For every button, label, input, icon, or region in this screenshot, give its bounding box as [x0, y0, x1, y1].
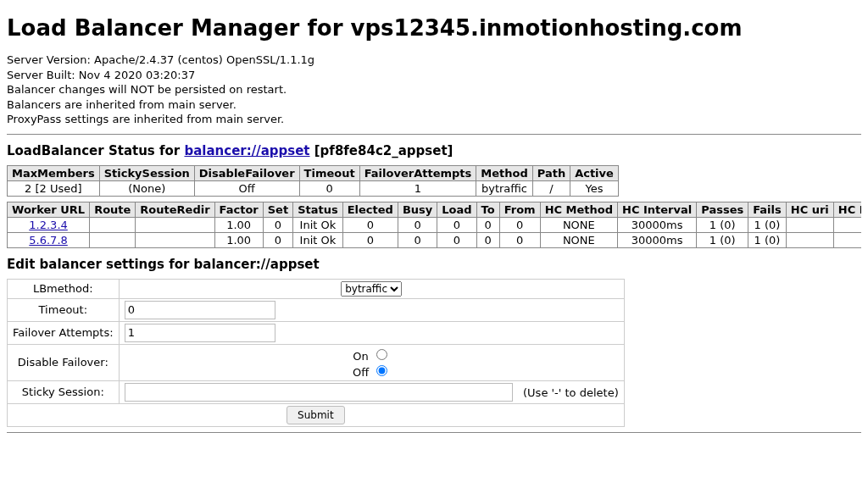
cell-hcinterval: 30000ms: [618, 232, 697, 247]
cell-factor: 1.00: [214, 232, 263, 247]
cell-set: 0: [263, 232, 292, 247]
cell-routeredir: [136, 217, 214, 232]
cell-load: 0: [437, 232, 476, 247]
cell-hcexpr: [833, 217, 861, 232]
col-stickysession: StickySession: [99, 165, 194, 180]
disable-failover-label: Disable Failover:: [8, 344, 120, 380]
cell-stickysession: (None): [99, 180, 194, 196]
server-meta: Server Version: Apache/2.4.37 (centos) O…: [7, 53, 861, 127]
cell-hcuri: [786, 217, 833, 232]
cell-passes: 1 (0): [697, 217, 748, 232]
cell-hcmethod: NONE: [540, 217, 617, 232]
cell-timeout: 0: [299, 180, 359, 196]
cell-maxmembers: 2 [2 Used]: [8, 180, 100, 196]
balancer-link[interactable]: balancer://appset: [184, 143, 309, 158]
col-path: Path: [532, 165, 570, 180]
server-built: Server Built: Nov 4 2020 03:20:37: [7, 68, 861, 83]
cell-routeredir: [136, 232, 214, 247]
balancer-status-table: MaxMembers StickySession DisableFailover…: [7, 165, 619, 197]
cell-status: Init Ok: [293, 232, 343, 247]
col-disablefailover: DisableFailover: [194, 165, 299, 180]
col-elected: Elected: [342, 202, 398, 217]
cell-active: Yes: [570, 180, 619, 196]
cell-set: 0: [263, 217, 292, 232]
cell-elected: 0: [342, 232, 398, 247]
col-worker-url: Worker URL: [8, 202, 90, 217]
timeout-label: Timeout:: [8, 298, 120, 321]
sticky-session-label: Sticky Session:: [8, 380, 120, 403]
col-set: Set: [263, 202, 292, 217]
disable-failover-on-radio[interactable]: [376, 349, 387, 360]
cell-load: 0: [437, 217, 476, 232]
cell-from: 0: [499, 232, 540, 247]
col-hcinterval: HC Interval: [618, 202, 697, 217]
cell-to: 0: [476, 232, 499, 247]
cell-path: /: [532, 180, 570, 196]
cell-hcexpr: [833, 232, 861, 247]
col-passes: Passes: [697, 202, 748, 217]
balancer-status-row: 2 [2 Used] (None) Off 0 1 bytraffic / Ye…: [8, 180, 619, 196]
edit-heading: Edit balancer settings for balancer://ap…: [7, 257, 861, 272]
page-title: Load Balancer Manager for vps12345.inmot…: [7, 15, 861, 41]
cell-to: 0: [476, 217, 499, 232]
cell-busy: 0: [398, 217, 437, 232]
proxypass-inherited: ProxyPass settings are inherited from ma…: [7, 112, 861, 127]
cell-busy: 0: [398, 232, 437, 247]
status-heading-prefix: LoadBalancer Status for: [7, 143, 184, 158]
col-hcmethod: HC Method: [540, 202, 617, 217]
col-method: Method: [476, 165, 532, 180]
cell-elected: 0: [342, 217, 398, 232]
cell-failoverattempts: 1: [359, 180, 476, 196]
cell-method: bytraffic: [476, 180, 532, 196]
col-load: Load: [437, 202, 476, 217]
failover-label: Failover Attempts:: [8, 321, 120, 344]
worker-url-link[interactable]: 1.2.3.4: [29, 219, 67, 231]
timeout-input[interactable]: [125, 301, 275, 319]
persist-warning: Balancer changes will NOT be persisted o…: [7, 82, 861, 97]
cell-hcinterval: 30000ms: [618, 217, 697, 232]
cell-fails: 1 (0): [748, 232, 787, 247]
worker-row: 5.6.7.8 1.00 0 Init Ok 0 0 0 0 0 NONE 30…: [8, 232, 862, 247]
worker-url-link[interactable]: 5.6.7.8: [29, 234, 67, 247]
on-label: On: [353, 350, 368, 363]
col-route: Route: [90, 202, 136, 217]
lbmethod-label: LBmethod:: [8, 279, 120, 298]
cell-route: [90, 232, 136, 247]
col-fails: Fails: [748, 202, 787, 217]
col-timeout: Timeout: [299, 165, 359, 180]
col-factor: Factor: [214, 202, 263, 217]
cell-route: [90, 217, 136, 232]
edit-balancer-form: LBmethod: bytraffic Timeout: Failover At…: [7, 279, 861, 427]
sticky-session-hint: (Use '-' to delete): [523, 385, 619, 398]
cell-hcmethod: NONE: [540, 232, 617, 247]
col-hcexpr: HC Expr: [833, 202, 861, 217]
disable-failover-off-radio[interactable]: [376, 365, 387, 376]
server-version: Server Version: Apache/2.4.37 (centos) O…: [7, 53, 861, 68]
off-label: Off: [353, 366, 369, 379]
col-maxmembers: MaxMembers: [8, 165, 100, 180]
status-heading: LoadBalancer Status for balancer://appse…: [7, 143, 861, 158]
col-hcuri: HC uri: [786, 202, 833, 217]
col-busy: Busy: [398, 202, 437, 217]
sticky-session-input[interactable]: [125, 383, 513, 402]
col-routeredir: RouteRedir: [136, 202, 214, 217]
cell-passes: 1 (0): [697, 232, 748, 247]
col-failoverattempts: FailoverAttempts: [359, 165, 476, 180]
col-to: To: [476, 202, 499, 217]
cell-factor: 1.00: [214, 217, 263, 232]
cell-disablefailover: Off: [194, 180, 299, 196]
lbmethod-select[interactable]: bytraffic: [341, 281, 402, 297]
status-heading-suffix: [pf8fe84c2_appset]: [310, 143, 453, 158]
col-active: Active: [570, 165, 619, 180]
col-from: From: [499, 202, 540, 217]
cell-from: 0: [499, 217, 540, 232]
balancers-inherited: Balancers are inherited from main server…: [7, 97, 861, 113]
cell-fails: 1 (0): [748, 217, 787, 232]
failover-input[interactable]: [125, 324, 275, 342]
cell-hcuri: [786, 232, 833, 247]
col-status: Status: [293, 202, 343, 217]
cell-status: Init Ok: [293, 217, 343, 232]
submit-button[interactable]: [287, 406, 345, 424]
worker-table: Worker URL Route RouteRedir Factor Set S…: [7, 202, 861, 248]
worker-row: 1.2.3.4 1.00 0 Init Ok 0 0 0 0 0 NONE 30…: [8, 217, 862, 232]
